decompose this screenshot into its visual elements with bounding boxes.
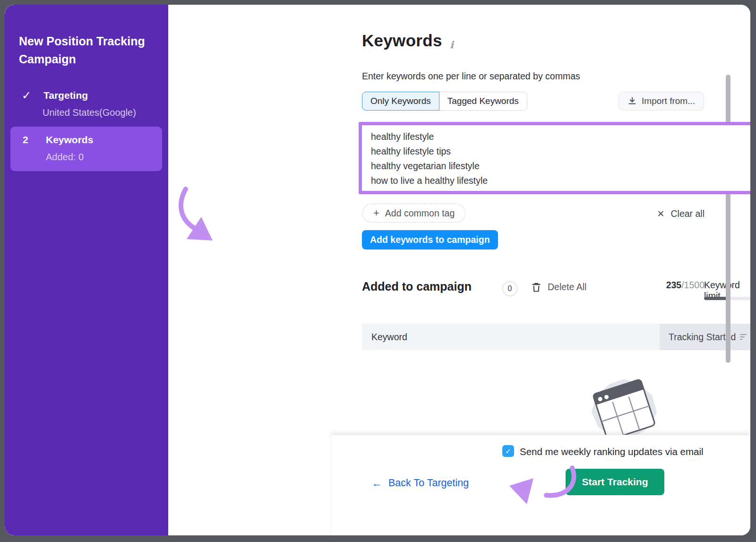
email-updates-label: Send me weekly ranking updates via email <box>520 446 704 457</box>
step-targeting-label: Targeting <box>43 90 88 101</box>
empty-table-illustration <box>579 377 669 435</box>
modal-overlay: New Position Tracking Campaign ✓ Targeti… <box>0 0 756 542</box>
added-to-campaign-title: Added to campaign <box>362 280 472 293</box>
checkbox-check-icon: ✓ <box>505 447 511 456</box>
import-from-label: Import from... <box>642 96 695 106</box>
keywords-tabs: Only Keywords Tagged Keywords <box>362 92 527 111</box>
keyword-limit-total: 1500 <box>684 280 704 290</box>
clear-all-label: Clear all <box>670 208 704 219</box>
footer-bar: ✓ Send me weekly ranking updates via ema… <box>332 435 750 535</box>
info-icon[interactable]: i <box>450 39 454 51</box>
back-to-targeting-link[interactable]: ← Back To Targeting <box>371 477 469 490</box>
delete-all-label: Delete All <box>548 282 586 293</box>
add-common-tag-button[interactable]: + Add common tag <box>362 204 465 223</box>
download-icon <box>627 96 637 106</box>
add-keywords-to-campaign-button[interactable]: Add keywords to campaign <box>362 230 498 249</box>
sidebar-step-keywords[interactable]: 2 Keywords Added: 0 <box>10 127 162 171</box>
keyword-limit-value: 235/1500 <box>666 280 704 291</box>
add-common-tag-label: Add common tag <box>385 208 455 219</box>
keywords-textarea-highlight: healthy lifestyle healthy lifestyle tips… <box>359 122 750 194</box>
back-to-targeting-label: Back To Targeting <box>388 477 469 489</box>
keyword-limit-used: 235 <box>666 280 682 290</box>
tab-tagged-keywords[interactable]: Tagged Keywords <box>439 92 527 111</box>
campaign-sidebar: New Position Tracking Campaign ✓ Targeti… <box>5 5 168 535</box>
keywords-instruction: Enter keywords one per line or separated… <box>362 71 580 82</box>
start-tracking-button[interactable]: Start Tracking <box>566 469 664 495</box>
position-tracking-modal: New Position Tracking Campaign ✓ Targeti… <box>5 5 750 535</box>
email-updates-checkbox[interactable]: ✓ <box>502 445 514 457</box>
step-keywords-label: Keywords <box>46 134 93 146</box>
scrollbar-thumb[interactable] <box>726 75 730 363</box>
tab-only-keywords[interactable]: Only Keywords <box>362 92 439 111</box>
keywords-panel: ✕ Keywords i Enter keywords one per line… <box>168 5 750 535</box>
column-header-tracking-started[interactable]: Tracking Started <box>660 324 750 350</box>
step-keywords-sublabel: Added: 0 <box>46 152 84 163</box>
campaign-title: New Position Tracking Campaign <box>19 32 158 68</box>
step-targeting-sublabel: United States(Google) <box>43 107 136 118</box>
import-from-button[interactable]: Import from... <box>619 92 704 111</box>
trash-icon <box>532 282 541 293</box>
check-icon: ✓ <box>22 89 31 102</box>
delete-all-button[interactable]: Delete All <box>532 282 586 293</box>
keywords-input[interactable]: healthy lifestyle healthy lifestyle tips… <box>362 125 750 191</box>
column-header-keyword: Keyword <box>362 324 660 350</box>
clear-icon: ✕ <box>657 208 665 219</box>
sort-descending-icon <box>740 334 747 340</box>
back-arrow-icon: ← <box>371 477 382 490</box>
clear-all-button[interactable]: ✕ Clear all <box>657 207 704 220</box>
step-number: 2 <box>23 134 28 146</box>
added-keywords-table-header: Keyword Tracking Started Action <box>362 324 750 350</box>
plus-icon: + <box>373 207 379 219</box>
added-count-badge: 0 <box>502 281 517 296</box>
page-title: Keywords <box>362 31 442 50</box>
